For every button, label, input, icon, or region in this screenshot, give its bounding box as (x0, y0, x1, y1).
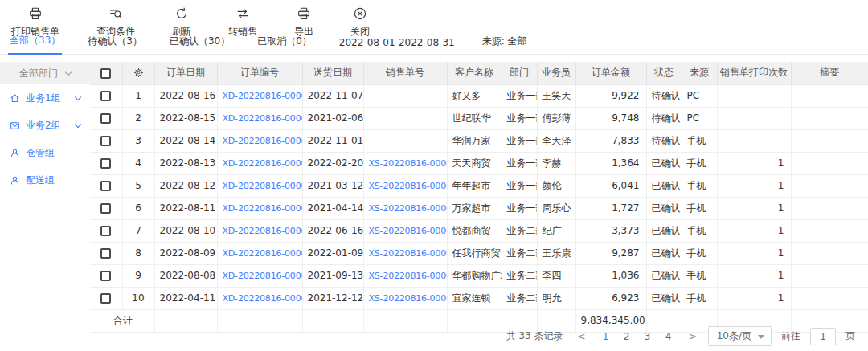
col-salesperson: 业务员 (537, 62, 575, 84)
cell-summary (791, 219, 868, 242)
table-row: 7 2022-08-10 XD-20220816-000012 2022-06-… (90, 219, 868, 242)
cell-sales-no-link[interactable] (363, 107, 447, 129)
cell-status: 待确认 (646, 107, 682, 129)
close-circle-icon (353, 6, 367, 23)
sidebar-item-delivery[interactable]: 配送组 (0, 166, 90, 194)
row-index: 1 (122, 84, 154, 107)
refresh-button[interactable]: 刷新 (172, 6, 191, 39)
source-filter[interactable]: 来源: 全部 (481, 35, 529, 54)
cell-status: 已确认 (646, 287, 682, 309)
row-checkbox[interactable] (100, 226, 111, 236)
cell-order-no-link[interactable]: XD-20220816-000011 (217, 242, 302, 264)
cell-department: 业务一部 (502, 174, 537, 197)
cell-print-count: 1 (717, 242, 791, 264)
settings-gear-icon[interactable] (133, 67, 145, 78)
cell-order-no-link[interactable]: XD-20220816-000018 (217, 84, 302, 107)
row-checkbox[interactable] (100, 181, 111, 191)
cell-sales-no-link[interactable]: XS-20220816-000013 (363, 197, 447, 219)
row-checkbox[interactable] (100, 293, 111, 304)
cell-status: 已确认 (646, 197, 682, 219)
department-select[interactable]: 全部部门 (0, 62, 90, 84)
cell-order-no-link[interactable]: XD-20220816-000016 (217, 129, 302, 152)
row-checkbox[interactable] (100, 113, 111, 124)
cell-status: 已确认 (646, 174, 682, 197)
cell-order-no-link[interactable]: XD-20220816-000009 (217, 287, 302, 309)
select-all-cell (90, 62, 122, 84)
cell-sales-no-link[interactable]: XS-20220816-000009 (363, 287, 447, 309)
cell-sales-no-link[interactable] (363, 129, 447, 152)
prev-page-button[interactable]: < (576, 331, 588, 342)
cell-sales-no-link[interactable]: XS-20220816-000010 (363, 264, 447, 287)
close-button[interactable]: 关闭 (350, 6, 370, 39)
page-2-button[interactable]: 2 (618, 331, 636, 342)
export-button[interactable]: 导出 (294, 6, 313, 39)
cell-source: PC (682, 84, 717, 107)
page-size-select[interactable]: 10条/页 (708, 326, 772, 346)
date-range-filter[interactable]: 2022-08-01-2022-08-31 (338, 37, 457, 54)
cell-amount: 7,833 (575, 129, 646, 152)
cell-print-count: 1 (717, 219, 791, 242)
cell-order-date: 2022-08-10 (154, 219, 217, 242)
cell-sales-no-link[interactable]: XS-20220816-000011 (363, 242, 447, 264)
select-all-checkbox[interactable] (100, 68, 111, 79)
page-3-button[interactable]: 3 (639, 331, 657, 342)
cell-order-no-link[interactable]: XD-20220816-000013 (217, 197, 302, 219)
department-sidebar: 全部部门 业务1组 业务2组 仓管组 配送组 (0, 62, 90, 333)
table-row: 3 2022-08-14 XD-20220816-000016 2022-11-… (90, 129, 868, 152)
tab-all[interactable]: 全部（33） (8, 34, 62, 55)
cell-summary (791, 84, 868, 107)
row-checkbox-cell (90, 152, 122, 174)
cell-print-count: 1 (717, 174, 791, 197)
cell-sales-no-link[interactable] (363, 84, 447, 107)
cell-source: 手机 (682, 219, 717, 242)
tab-bar: 全部（33） 待确认（3） 已确认（30） 已取消（0） 2022-08-01-… (0, 35, 868, 55)
cell-source: 手机 (682, 197, 717, 219)
cell-order-date: 2022-08-09 (154, 242, 217, 264)
tab-pending-confirm[interactable]: 待确认（3） (86, 35, 144, 54)
row-index: 8 (122, 242, 154, 264)
cell-sales-no-link[interactable]: XS-20220816-000014 (363, 174, 447, 197)
chevron-down-icon (75, 120, 81, 127)
goto-label: 前往 (781, 329, 800, 343)
row-checkbox[interactable] (100, 203, 111, 214)
sidebar-item-group2[interactable]: 业务2组 (0, 112, 90, 139)
table-row: 1 2022-08-16 XD-20220816-000018 2022-11-… (90, 84, 868, 107)
cell-salesperson: 王笑天 (537, 84, 575, 107)
cell-order-no-link[interactable]: XD-20220816-000017 (217, 107, 302, 129)
row-checkbox[interactable] (100, 248, 111, 259)
goto-page-input[interactable]: 1 (810, 328, 836, 345)
query-conditions-button[interactable]: 查询条件 (96, 6, 135, 39)
cell-order-no-link[interactable]: XD-20220816-000012 (217, 219, 302, 242)
cell-salesperson: 李赫 (537, 152, 575, 174)
cell-delivery-date: 2022-11-01 (302, 129, 363, 152)
cell-customer: 任我行商贸 (447, 242, 502, 264)
cell-customer: 悦都商贸 (447, 219, 502, 242)
tab-confirmed[interactable]: 已确认（30） (168, 35, 231, 54)
transfer-to-sales-button[interactable]: 转销售 (228, 6, 257, 39)
cell-salesperson: 李四 (537, 264, 575, 287)
row-checkbox-cell (90, 219, 122, 242)
cell-sales-no-link[interactable]: XS-20220816-000015 (363, 152, 447, 174)
page-1-button[interactable]: 1 (597, 331, 615, 342)
tab-cancelled[interactable]: 已取消（0） (256, 35, 313, 54)
row-checkbox[interactable] (100, 136, 111, 146)
cell-order-no-link[interactable]: XD-20220816-000010 (217, 264, 302, 287)
cell-amount: 9,922 (575, 84, 646, 107)
row-checkbox[interactable] (100, 91, 111, 101)
page-4-button[interactable]: 4 (660, 331, 678, 342)
next-page-button[interactable]: > (687, 331, 698, 342)
cell-sales-no-link[interactable]: XS-20220816-000012 (363, 219, 447, 242)
cell-order-no-link[interactable]: XD-20220816-000014 (217, 174, 302, 197)
row-checkbox-cell (90, 174, 122, 197)
row-checkbox[interactable] (100, 158, 111, 169)
column-settings-cell (122, 62, 154, 84)
sidebar-item-group1[interactable]: 业务1组 (0, 84, 90, 112)
row-index: 6 (122, 197, 154, 219)
cell-customer: 好又多 (447, 84, 502, 107)
cell-order-no-link[interactable]: XD-20220816-000015 (217, 152, 302, 174)
sidebar-item-warehouse[interactable]: 仓管组 (0, 139, 90, 166)
cell-amount: 1,364 (575, 152, 646, 174)
row-index: 5 (122, 174, 154, 197)
row-checkbox[interactable] (100, 271, 111, 281)
cell-source: 手机 (682, 174, 717, 197)
